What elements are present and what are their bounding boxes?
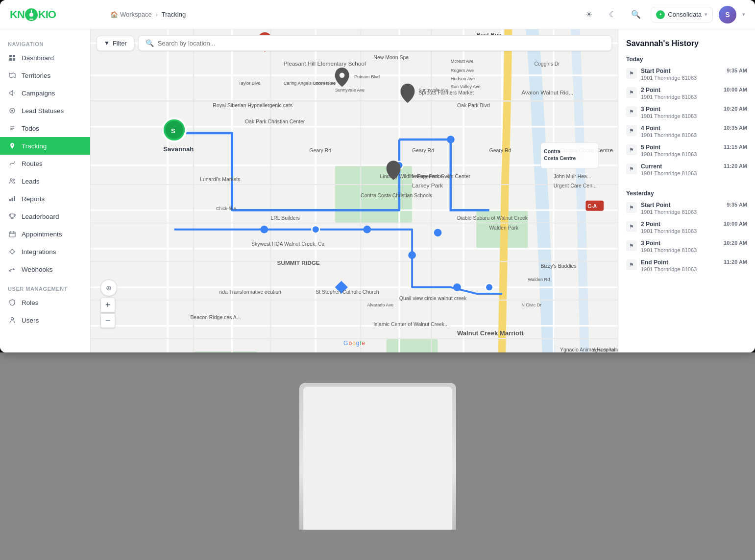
history-entry-today-0: ⚑ Start Point 9:35 AM 1901 Thornridge 81…	[626, 68, 747, 81]
svg-point-10	[12, 144, 13, 146]
sidebar-item-territories[interactable]: Territories	[0, 67, 90, 84]
search-button[interactable]: 🔍	[627, 6, 645, 23]
svg-text:Diablo Subaru of Walnut Creek: Diablo Subaru of Walnut Creek	[457, 215, 528, 221]
sidebar: Navigation Dashboard Territories Campaig…	[0, 29, 91, 352]
breadcrumb: 🏠 Workspace › Tracking	[100, 11, 580, 18]
sidebar-item-webhooks[interactable]: Webhooks	[0, 260, 90, 278]
breadcrumb-workspace[interactable]: Workspace	[120, 11, 152, 18]
history-today-section: Today ⚑ Start Point 9:35 AM 1901 Thornri…	[626, 56, 747, 182]
sidebar-label-territories: Territories	[22, 72, 50, 79]
company-dot: ✦	[656, 10, 665, 19]
svg-text:Alvarado Ave: Alvarado Ave	[367, 303, 393, 307]
entry-time: 10:20 AM	[724, 106, 747, 113]
svg-text:St Stephen Catholic Church: St Stephen Catholic Church	[316, 289, 379, 295]
svg-rect-1	[13, 55, 15, 57]
sidebar-item-dashboard[interactable]: Dashboard	[0, 49, 90, 67]
entry-address: 1901 Thornridge 81063	[641, 209, 747, 215]
svg-text:Beacon Ridge ces A...: Beacon Ridge ces A...	[190, 315, 241, 320]
sidebar-label-leaderboard: Leaderboard	[22, 213, 59, 220]
sidebar-item-leaderboard[interactable]: Leaderboard	[0, 208, 90, 225]
user-section-label: User Management	[0, 282, 90, 294]
history-title: Savannah's History	[626, 39, 747, 48]
company-dropdown[interactable]: ✦ Consolidata ▾	[651, 7, 713, 23]
svg-text:Islamic Center of Walnut Creek: Islamic Center of Walnut Creek...	[373, 322, 448, 327]
svg-text:Contra Costa Christian Schools: Contra Costa Christian Schools	[361, 193, 432, 198]
sidebar-item-routes[interactable]: Routes	[0, 155, 90, 172]
svg-text:Avalon Walnut Rid...: Avalon Walnut Rid...	[521, 89, 573, 96]
history-entry-yesterday-3: ⚑ End Point 11:20 AM 1901 Thornridge 810…	[626, 259, 747, 272]
svg-text:Larkey Park Swim Center: Larkey Park Swim Center	[412, 174, 470, 179]
entry-address: 1901 Thornridge 81063	[641, 247, 747, 253]
sidebar-label-todos: Todos	[22, 125, 39, 132]
sidebar-item-leads[interactable]: Leads	[0, 172, 90, 190]
breadcrumb-home[interactable]: 🏠 Workspace	[110, 11, 152, 18]
zoom-out-button[interactable]: −	[100, 313, 115, 328]
flag-icon: ⚑	[626, 144, 637, 155]
svg-text:Bizzy's Buddies: Bizzy's Buddies	[541, 263, 577, 269]
svg-rect-16	[9, 232, 15, 237]
svg-text:LRL Builders: LRL Builders	[270, 215, 300, 221]
webhook-icon	[8, 265, 17, 274]
search-icon: 🔍	[631, 10, 641, 19]
svg-text:Hudson Ave: Hudson Ave	[451, 76, 475, 81]
svg-text:Contra: Contra	[544, 149, 560, 154]
svg-point-12	[13, 179, 15, 181]
company-name: Consolidata	[668, 11, 702, 18]
map-area[interactable]: Pleasant Hill Elementary School New Moon…	[91, 29, 618, 352]
svg-text:C-A: C-A	[587, 204, 597, 209]
svg-text:Geary Rd: Geary Rd	[489, 148, 511, 153]
entry-label-text: Start Point	[641, 202, 671, 209]
history-entry-yesterday-1: ⚑ 2 Point 10:00 AM 1901 Thornridge 81063	[626, 221, 747, 234]
sidebar-item-reports[interactable]: Reports	[0, 190, 90, 208]
svg-text:Oak Park Blvd: Oak Park Blvd	[457, 103, 490, 108]
sidebar-item-integrations[interactable]: Integrations	[0, 243, 90, 260]
location-search-input[interactable]	[158, 40, 605, 47]
entry-label-text: 2 Point	[641, 87, 660, 93]
svg-text:John Muir Hea...: John Muir Hea...	[554, 174, 591, 179]
location-center-button[interactable]: ⊕	[100, 280, 117, 296]
flag-icon: ⚑	[626, 202, 637, 213]
svg-text:S: S	[171, 127, 175, 135]
filter-button[interactable]: ▼ Filter	[97, 36, 134, 51]
svg-text:Chick-fil-A: Chick-fil-A	[216, 206, 237, 211]
sidebar-item-campaigns[interactable]: Campaigns	[0, 84, 90, 102]
svg-text:N Civic Dr: N Civic Dr	[521, 303, 541, 307]
map-zoom-controls: + −	[100, 298, 115, 328]
svg-text:Oak Park Christian Center: Oak Park Christian Center	[245, 119, 305, 124]
entry-label-text: 5 Point	[641, 144, 660, 151]
route-icon	[8, 159, 17, 168]
flag-icon: ⚑	[626, 240, 637, 251]
history-entry-today-4: ⚑ 5 Point 11:15 AM 1901 Thornridge 81063	[626, 144, 747, 157]
sidebar-item-roles[interactable]: Roles	[0, 294, 90, 311]
zoom-in-button[interactable]: +	[100, 298, 115, 312]
flag-icon: ⚑	[626, 87, 637, 98]
moon-icon: ☾	[609, 10, 616, 19]
nav-section-label: Navigation	[0, 37, 90, 49]
sidebar-item-todos[interactable]: Todos	[0, 119, 90, 137]
history-yesterday-section: Yesterday ⚑ Start Point 9:35 AM 1901 Tho…	[626, 190, 747, 278]
theme-light-button[interactable]: ☀	[580, 6, 598, 23]
entry-label-text: 2 Point	[641, 221, 660, 228]
sidebar-item-users[interactable]: Users	[0, 311, 90, 329]
sidebar-item-appointments[interactable]: Appointments	[0, 225, 90, 243]
theme-dark-button[interactable]: ☾	[604, 6, 621, 23]
svg-point-63	[434, 229, 442, 236]
svg-point-55	[260, 226, 268, 233]
sidebar-item-tracking[interactable]: Tracking	[0, 137, 90, 155]
sidebar-item-lead-statuses[interactable]: Lead Statuses	[0, 102, 90, 119]
svg-text:Geary Rd: Geary Rd	[309, 148, 331, 153]
device-mockup	[299, 383, 456, 530]
entry-time: 10:00 AM	[724, 221, 747, 228]
svg-text:rida Transformative ocation: rida Transformative ocation	[219, 289, 281, 295]
svg-point-11	[10, 179, 12, 181]
sidebar-label-reports: Reports	[22, 195, 45, 203]
sidebar-label-webhooks: Webhooks	[22, 266, 53, 273]
sidebar-label-integrations: Integrations	[22, 248, 56, 256]
svg-text:Walden Rd: Walden Rd	[528, 277, 550, 282]
sidebar-label-dashboard: Dashboard	[22, 54, 54, 62]
svg-marker-4	[9, 73, 15, 78]
flag-icon: ⚑	[626, 221, 637, 232]
avatar[interactable]: S	[719, 6, 736, 23]
entry-address: 1901 Thornridge 81063	[641, 228, 747, 234]
svg-text:Rogers Ave: Rogers Ave	[451, 68, 474, 73]
